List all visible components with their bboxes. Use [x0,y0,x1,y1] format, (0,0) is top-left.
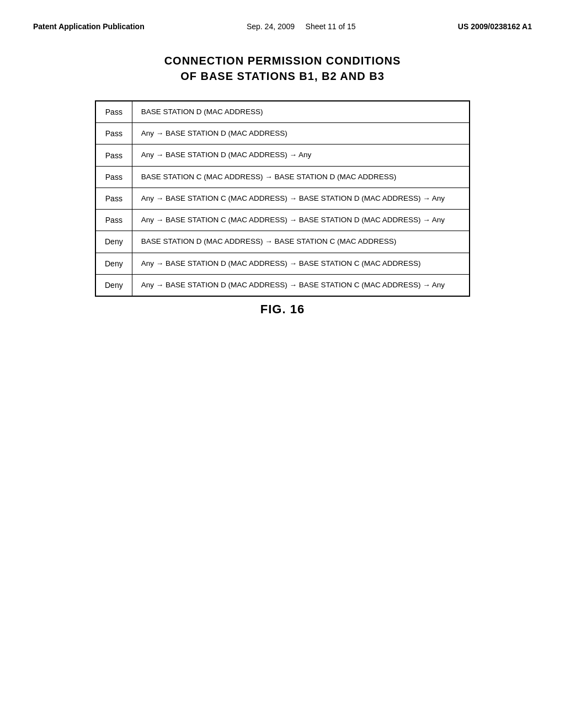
condition-cell: Any → BASE STATION D (MAC ADDRESS) → Any [132,144,470,166]
condition-cell: Any → BASE STATION D (MAC ADDRESS) [132,123,470,144]
action-cell: Deny [95,253,132,274]
action-cell: Deny [95,274,132,296]
table-row: PassBASE STATION D (MAC ADDRESS) [95,101,470,123]
permission-table: PassBASE STATION D (MAC ADDRESS)PassAny … [95,100,470,297]
figure-title: CONNECTION PERMISSION CONDITIONS OF BASE… [164,53,401,84]
table-row: PassAny → BASE STATION D (MAC ADDRESS) →… [95,144,470,166]
action-cell: Pass [95,144,132,166]
condition-cell: BASE STATION C (MAC ADDRESS) → BASE STAT… [132,166,470,188]
condition-cell: Any → BASE STATION D (MAC ADDRESS) → BAS… [132,253,470,274]
action-cell: Pass [95,210,132,231]
table-row: DenyBASE STATION D (MAC ADDRESS) → BASE … [95,231,470,253]
table-row: PassAny → BASE STATION C (MAC ADDRESS) →… [95,210,470,231]
condition-cell: Any → BASE STATION C (MAC ADDRESS) → BAS… [132,210,470,231]
action-cell: Pass [95,101,132,123]
figure-title-line1: CONNECTION PERMISSION CONDITIONS [164,53,401,68]
condition-cell: Any → BASE STATION C (MAC ADDRESS) → BAS… [132,188,470,209]
publication-date: Sep. 24, 2009 [247,22,295,31]
table-row: PassBASE STATION C (MAC ADDRESS) → BASE … [95,166,470,188]
condition-cell: BASE STATION D (MAC ADDRESS) → BASE STAT… [132,231,470,253]
publication-date-sheet: Sep. 24, 2009 Sheet 11 of 15 [247,22,356,31]
action-cell: Deny [95,231,132,253]
condition-cell: Any → BASE STATION D (MAC ADDRESS) → BAS… [132,274,470,296]
action-cell: Pass [95,123,132,144]
figure-label: FIG. 16 [260,302,305,317]
content-area: CONNECTION PERMISSION CONDITIONS OF BASE… [0,42,565,328]
publication-label: Patent Application Publication [33,22,145,31]
table-row: PassAny → BASE STATION D (MAC ADDRESS) [95,123,470,144]
action-cell: Pass [95,188,132,209]
figure-title-line2: OF BASE STATIONS B1, B2 AND B3 [164,68,401,84]
table-row: DenyAny → BASE STATION D (MAC ADDRESS) →… [95,253,470,274]
patent-number: US 2009/0238162 A1 [458,22,532,31]
sheet-info: Sheet 11 of 15 [306,22,356,31]
condition-cell: BASE STATION D (MAC ADDRESS) [132,101,470,123]
action-cell: Pass [95,166,132,188]
table-row: DenyAny → BASE STATION D (MAC ADDRESS) →… [95,274,470,296]
table-row: PassAny → BASE STATION C (MAC ADDRESS) →… [95,188,470,209]
